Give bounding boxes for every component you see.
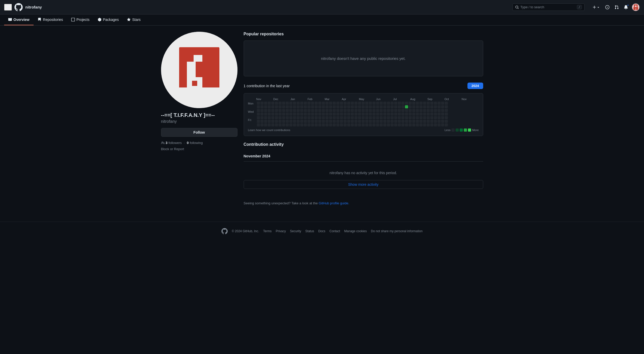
graph-cell bbox=[372, 109, 376, 112]
graph-cell bbox=[369, 123, 372, 126]
tab-packages[interactable]: Packages bbox=[94, 14, 123, 25]
graph-cell bbox=[423, 109, 426, 112]
graph-cell bbox=[427, 102, 430, 105]
graph-months: Nov Dec Jan Feb Mar Apr May Jun Jul Aug … bbox=[256, 98, 479, 101]
graph-cell bbox=[271, 112, 274, 116]
month-mar: Mar bbox=[325, 98, 342, 101]
graph-cell bbox=[289, 105, 292, 108]
year-button[interactable]: 2024 bbox=[467, 83, 483, 89]
footer-link-terms[interactable]: Terms bbox=[263, 229, 272, 233]
profile-avatar-image bbox=[161, 32, 237, 108]
footer-github-logo bbox=[221, 228, 228, 234]
profile-avatar-container bbox=[161, 32, 237, 108]
graph-week bbox=[394, 102, 397, 126]
notifications-button[interactable] bbox=[622, 4, 630, 11]
user-avatar[interactable] bbox=[632, 3, 640, 11]
graph-cell bbox=[369, 112, 372, 116]
month-feb: Feb bbox=[307, 98, 324, 101]
issues-button[interactable] bbox=[604, 4, 611, 11]
footer-link-privacy[interactable]: Privacy bbox=[276, 229, 286, 233]
graph-cell bbox=[333, 112, 336, 116]
hamburger-button[interactable] bbox=[4, 4, 12, 11]
graph-cell bbox=[351, 105, 354, 108]
legend-less: Less bbox=[444, 128, 450, 132]
header-search[interactable]: Type / to search / bbox=[512, 3, 585, 11]
graph-cell bbox=[322, 123, 325, 126]
graph-cell bbox=[401, 120, 404, 123]
graph-cell bbox=[347, 105, 350, 108]
tab-repositories[interactable]: Repositories bbox=[34, 14, 67, 25]
graph-cell bbox=[347, 123, 350, 126]
graph-cell bbox=[275, 112, 278, 116]
github-profile-guide-link[interactable]: GitHub profile guide. bbox=[319, 201, 349, 205]
new-button[interactable] bbox=[591, 4, 602, 11]
graph-cell bbox=[318, 105, 321, 108]
graph-cell bbox=[325, 123, 329, 126]
graph-cell bbox=[347, 120, 350, 123]
follow-button[interactable]: Follow bbox=[161, 128, 237, 137]
graph-cell bbox=[394, 123, 397, 126]
graph-cell bbox=[304, 112, 307, 116]
footer-link-status[interactable]: Status bbox=[305, 229, 314, 233]
show-more-activity-button[interactable]: Show more activity bbox=[244, 180, 483, 189]
tab-stars[interactable]: Stars bbox=[123, 14, 145, 25]
graph-cell bbox=[416, 123, 419, 126]
legend-cell-4 bbox=[468, 128, 471, 132]
footer-link-do-not-share[interactable]: Do not share my personal information bbox=[371, 229, 423, 233]
graph-cell bbox=[260, 123, 264, 126]
graph-cell bbox=[333, 123, 336, 126]
graph-cell bbox=[387, 116, 390, 119]
graph-cell bbox=[358, 109, 361, 112]
graph-cell bbox=[318, 120, 321, 123]
graph-cell bbox=[293, 109, 296, 112]
graph-cell bbox=[430, 120, 433, 123]
graph-cell bbox=[340, 116, 343, 119]
graph-cell bbox=[260, 120, 264, 123]
search-box[interactable]: Type / to search / bbox=[512, 3, 585, 11]
header-actions bbox=[591, 3, 640, 11]
graph-cell bbox=[282, 105, 285, 108]
graph-cell bbox=[438, 112, 441, 116]
month-oct: Oct bbox=[444, 98, 462, 101]
graph-cell bbox=[380, 105, 383, 108]
tab-stars-label: Stars bbox=[132, 18, 141, 22]
graph-cell bbox=[441, 102, 444, 105]
tab-overview[interactable]: Overview bbox=[4, 14, 34, 25]
graph-week bbox=[293, 102, 296, 126]
following-label: following bbox=[190, 141, 203, 145]
graph-week bbox=[409, 102, 412, 126]
graph-week bbox=[257, 102, 260, 126]
graph-cell bbox=[398, 102, 401, 105]
graph-cell bbox=[412, 123, 415, 126]
tab-projects[interactable]: Projects bbox=[67, 14, 94, 25]
month-apr: Apr bbox=[342, 98, 359, 101]
graph-cell bbox=[409, 116, 412, 119]
block-report-link[interactable]: Block or Report bbox=[161, 147, 184, 151]
profile-guide-text: Seeing something unexpected? Take a look… bbox=[244, 201, 483, 205]
graph-cell bbox=[333, 120, 336, 123]
footer-link-security[interactable]: Security bbox=[290, 229, 301, 233]
graph-cell bbox=[351, 102, 354, 105]
graph-cell bbox=[315, 109, 318, 112]
graph-legend: Less More bbox=[444, 128, 479, 132]
footer-link-manage-cookies[interactable]: Manage cookies bbox=[344, 229, 367, 233]
header-site-name[interactable]: nitrofany bbox=[25, 5, 42, 9]
footer-link-contact[interactable]: Contact bbox=[329, 229, 340, 233]
graph-cell bbox=[279, 105, 282, 108]
graph-cell bbox=[394, 112, 397, 116]
activity-section-title: Contribution activity bbox=[244, 142, 483, 147]
graph-cell bbox=[354, 102, 357, 105]
graph-cell bbox=[304, 116, 307, 119]
header: nitrofany Type / to search / bbox=[0, 0, 644, 14]
graph-cell bbox=[358, 105, 361, 108]
graph-cell bbox=[365, 112, 368, 116]
day-label-empty1 bbox=[248, 106, 255, 109]
graph-cell bbox=[271, 109, 274, 112]
graph-cell bbox=[297, 116, 300, 119]
graph-week bbox=[434, 102, 437, 126]
pull-requests-button[interactable] bbox=[613, 4, 620, 11]
footer-link-docs[interactable]: Docs bbox=[318, 229, 325, 233]
graph-week bbox=[329, 102, 332, 126]
learn-link[interactable]: Learn how we count contributions bbox=[248, 128, 290, 132]
graph-cell bbox=[257, 116, 260, 119]
